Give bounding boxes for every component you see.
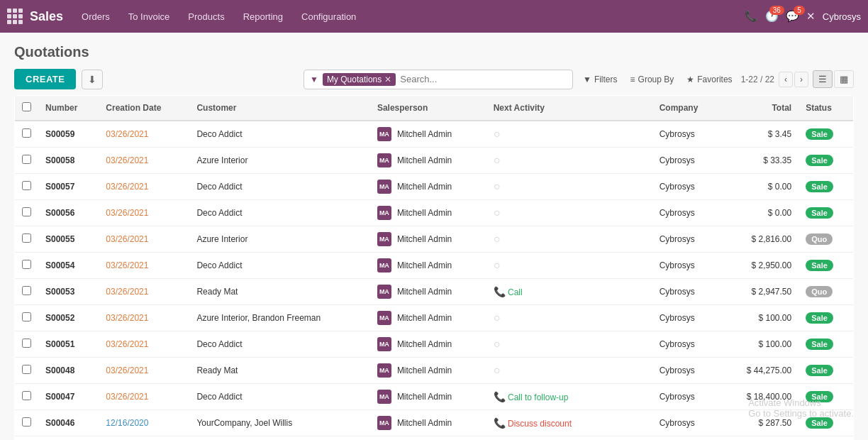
row-company[interactable]: Cybrosys: [652, 410, 722, 436]
row-number[interactable]: S00048: [38, 358, 99, 384]
row-customer[interactable]: Azure Interior: [189, 148, 369, 174]
table-row[interactable]: S00053 03/26/2021 Ready Mat MA Mitchell …: [15, 279, 854, 305]
row-salesperson[interactable]: MA Mitchell Admin: [370, 253, 486, 279]
row-customer[interactable]: Ready Mat: [189, 358, 369, 384]
row-date[interactable]: 03/26/2021: [99, 200, 189, 226]
row-number[interactable]: S00053: [38, 279, 99, 305]
close-icon[interactable]: ✕: [806, 10, 816, 23]
nav-to-invoice[interactable]: To Invoice: [120, 7, 179, 26]
table-row[interactable]: S00047 03/26/2021 Deco Addict MA Mitchel…: [15, 384, 854, 410]
row-activity[interactable]: 📞 Suggest optional products: [486, 436, 652, 441]
row-customer[interactable]: Azure Interior, Brandon Freeman: [189, 305, 369, 331]
row-customer[interactable]: Deco Addict: [189, 121, 369, 148]
row-number[interactable]: S00045: [38, 436, 99, 441]
username[interactable]: Cybrosys: [823, 11, 861, 22]
row-number[interactable]: S00057: [38, 174, 99, 200]
row-date[interactable]: 12/16/2020: [99, 410, 189, 436]
list-view-button[interactable]: ☰: [813, 70, 833, 88]
prev-page-button[interactable]: ‹: [779, 72, 793, 87]
row-company[interactable]: Cybrosys: [652, 384, 722, 410]
table-row[interactable]: S00059 03/26/2021 Deco Addict MA Mitchel…: [15, 121, 854, 148]
row-status[interactable]: Sale: [799, 174, 853, 200]
row-status[interactable]: Sale: [799, 358, 853, 384]
row-company[interactable]: Cybrosys: [652, 226, 722, 253]
col-creation-date[interactable]: Creation Date: [99, 96, 189, 121]
search-input[interactable]: [400, 74, 567, 84]
row-salesperson[interactable]: MA Mitchell Admin: [370, 148, 486, 174]
row-customer[interactable]: YourCompany, Joel Willis: [189, 410, 369, 436]
row-date[interactable]: 02/23/2021: [99, 436, 189, 441]
row-company[interactable]: Cybrosys: [652, 331, 722, 358]
table-row[interactable]: S00058 03/26/2021 Azure Interior MA Mitc…: [15, 148, 854, 174]
col-salesperson[interactable]: Salesperson: [370, 96, 486, 121]
row-salesperson[interactable]: MA Mitchell Admin: [370, 384, 486, 410]
row-date[interactable]: 03/26/2021: [99, 174, 189, 200]
favorites-button[interactable]: ★ Favorites: [682, 72, 736, 87]
row-total[interactable]: $ 100.00: [721, 331, 799, 358]
row-checkbox[interactable]: [22, 128, 31, 138]
row-salesperson[interactable]: MA Mitchell Admin: [370, 174, 486, 200]
row-salesperson[interactable]: MA Mitchell Admin: [370, 358, 486, 384]
row-checkbox[interactable]: [22, 207, 31, 216]
row-total[interactable]: $ 0.00: [721, 200, 799, 226]
phone-icon[interactable]: 📞: [745, 10, 758, 23]
row-total[interactable]: $ 100.00: [721, 305, 799, 331]
row-checkbox[interactable]: [22, 260, 31, 269]
app-grid-icon[interactable]: [7, 9, 23, 24]
kanban-view-button[interactable]: ▦: [834, 70, 854, 88]
clock-icon[interactable]: 🕐 36: [765, 10, 779, 23]
download-button[interactable]: ⬇: [82, 70, 103, 89]
row-salesperson[interactable]: MA Mitchell Admin: [370, 331, 486, 358]
row-salesperson[interactable]: MA Mitchell Admin: [370, 226, 486, 253]
row-customer[interactable]: Deco Addict: [189, 331, 369, 358]
row-date[interactable]: 03/26/2021: [99, 253, 189, 279]
row-customer[interactable]: Deco Addict: [189, 384, 369, 410]
row-company[interactable]: Cybrosys: [652, 305, 722, 331]
nav-orders[interactable]: Orders: [73, 7, 118, 26]
row-activity[interactable]: ○: [486, 200, 652, 226]
row-activity[interactable]: 📞 Call to follow-up: [486, 384, 652, 410]
row-total[interactable]: $ 2,947.50: [721, 279, 799, 305]
row-activity[interactable]: 📞 Call: [486, 279, 652, 305]
chat-icon[interactable]: 💬 5: [786, 10, 799, 23]
row-number[interactable]: S00055: [38, 226, 99, 253]
col-total[interactable]: Total: [721, 96, 799, 121]
row-date[interactable]: 03/26/2021: [99, 226, 189, 253]
row-company[interactable]: Cybrosys: [652, 436, 722, 441]
col-customer[interactable]: Customer: [189, 96, 369, 121]
row-checkbox[interactable]: [22, 155, 31, 164]
row-company[interactable]: Cybrosys: [652, 253, 722, 279]
row-salesperson[interactable]: MA Mitchell Admin: [370, 279, 486, 305]
group-by-button[interactable]: ≡ Group By: [626, 72, 679, 87]
row-customer[interactable]: YourCompany, Marc Demo: [189, 436, 369, 441]
col-next-activity[interactable]: Next Activity: [486, 96, 652, 121]
row-status[interactable]: Sale: [799, 148, 853, 174]
row-checkbox[interactable]: [22, 391, 31, 400]
row-salesperson[interactable]: MA Mitchell Admin: [370, 200, 486, 226]
select-all-checkbox[interactable]: [22, 102, 31, 111]
row-customer[interactable]: Ready Mat: [189, 279, 369, 305]
row-date[interactable]: 03/26/2021: [99, 121, 189, 148]
row-customer[interactable]: Deco Addict: [189, 253, 369, 279]
row-total[interactable]: $ 0.00: [721, 174, 799, 200]
table-row[interactable]: S00045 02/23/2021 YourCompany, Marc Demo…: [15, 436, 854, 441]
row-company[interactable]: Cybrosys: [652, 148, 722, 174]
row-number[interactable]: S00047: [38, 384, 99, 410]
row-status[interactable]: Sale: [799, 121, 853, 148]
nav-configuration[interactable]: Configuration: [293, 7, 365, 26]
col-status[interactable]: Status: [799, 96, 853, 121]
row-activity[interactable]: ○: [486, 148, 652, 174]
row-total[interactable]: $ 18,400.00: [721, 384, 799, 410]
row-checkbox[interactable]: [22, 286, 31, 295]
row-activity[interactable]: ○: [486, 253, 652, 279]
table-row[interactable]: S00052 03/26/2021 Azure Interior, Brando…: [15, 305, 854, 331]
row-status[interactable]: Sale: [799, 410, 853, 436]
row-customer[interactable]: Deco Addict: [189, 200, 369, 226]
row-salesperson[interactable]: MA Mitchell Admin: [370, 436, 486, 441]
filters-button[interactable]: ▼ Filters: [579, 72, 622, 87]
row-number[interactable]: S00059: [38, 121, 99, 148]
row-status[interactable]: Quo: [799, 279, 853, 305]
row-date[interactable]: 03/26/2021: [99, 148, 189, 174]
row-date[interactable]: 03/26/2021: [99, 358, 189, 384]
row-date[interactable]: 03/26/2021: [99, 279, 189, 305]
